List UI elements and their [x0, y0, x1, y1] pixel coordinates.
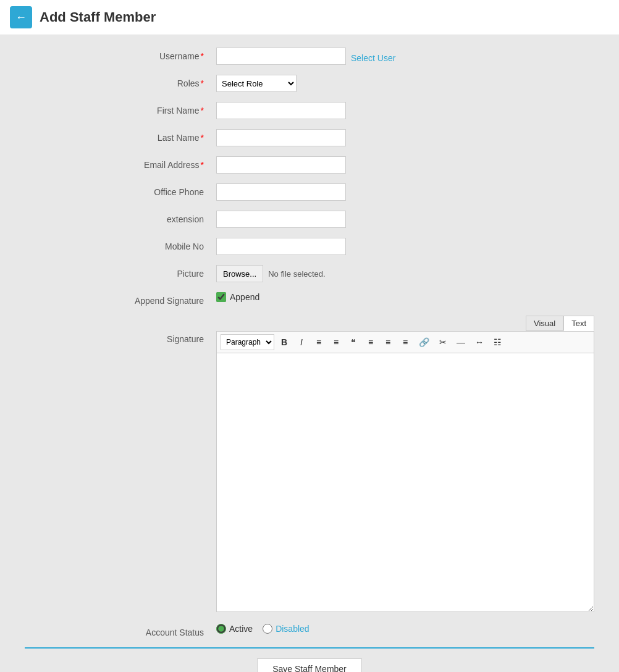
first-name-row: First Name*: [25, 102, 594, 119]
no-file-text: No file selected.: [268, 269, 326, 279]
last-name-row: Last Name*: [25, 129, 594, 146]
signature-editor: Visual Text Paragraph B I ≡ ≡ ❝ ≡ ≡ ≡ 🔗 …: [216, 316, 594, 614]
browse-button[interactable]: Browse...: [216, 265, 263, 282]
append-checkbox-label[interactable]: Append: [216, 292, 259, 302]
extension-label: extension: [25, 211, 216, 224]
required-star: *: [201, 51, 204, 61]
select-user-link[interactable]: Select User: [351, 49, 395, 63]
first-name-label: First Name*: [25, 102, 216, 116]
required-star: *: [201, 160, 204, 170]
back-button[interactable]: ←: [10, 6, 32, 28]
paragraph-select[interactable]: Paragraph: [221, 334, 274, 350]
account-status-row: Account Status Active Disabled: [25, 624, 594, 637]
extension-row: extension: [25, 211, 594, 228]
unlink-button[interactable]: ✂: [436, 335, 450, 350]
roles-label: Roles*: [25, 75, 216, 88]
last-name-input[interactable]: [216, 129, 346, 146]
roles-row: Roles* Select Role: [25, 75, 594, 92]
mobile-label: Mobile No: [25, 238, 216, 251]
tab-visual[interactable]: Visual: [526, 316, 563, 331]
disabled-label-text: Disabled: [276, 624, 309, 634]
add-staff-form: Username* Select User Roles* Select Role…: [0, 35, 619, 672]
active-label-text: Active: [229, 624, 253, 634]
office-phone-input[interactable]: [216, 183, 346, 201]
hr-button[interactable]: ―: [453, 335, 469, 350]
editor-toolbar: Paragraph B I ≡ ≡ ❝ ≡ ≡ ≡ 🔗 ✂ ― ↔ ☷: [216, 331, 594, 353]
roles-select[interactable]: Select Role: [216, 75, 297, 92]
extension-input[interactable]: [216, 211, 346, 228]
account-status-options: Active Disabled: [216, 624, 310, 634]
fullscreen-button[interactable]: ↔: [471, 335, 487, 350]
tab-text[interactable]: Text: [563, 316, 594, 331]
email-row: Email Address*: [25, 156, 594, 174]
last-name-label: Last Name*: [25, 129, 216, 143]
blockquote-button[interactable]: ❝: [346, 335, 361, 350]
username-label: Username*: [25, 48, 216, 61]
align-center-button[interactable]: ≡: [381, 335, 395, 350]
picture-label: Picture: [25, 265, 216, 279]
email-label: Email Address*: [25, 156, 216, 170]
signature-row: Signature Visual Text Paragraph B I ≡ ≡ …: [25, 316, 594, 614]
back-icon: ←: [15, 11, 27, 24]
align-left-button[interactable]: ≡: [363, 335, 378, 350]
bold-button[interactable]: B: [277, 335, 292, 350]
required-star: *: [201, 106, 204, 116]
active-radio-label[interactable]: Active: [216, 624, 253, 634]
mobile-input[interactable]: [216, 238, 346, 255]
link-button[interactable]: 🔗: [415, 335, 433, 350]
append-checkbox[interactable]: [216, 292, 226, 302]
table-button[interactable]: ☷: [490, 335, 505, 350]
append-text: Append: [230, 292, 259, 302]
append-signature-row: Append Signature Append: [25, 292, 594, 306]
required-star: *: [201, 133, 204, 143]
username-input[interactable]: [216, 48, 346, 65]
page-header: ← Add Staff Member: [0, 0, 619, 35]
signature-label: Signature: [25, 316, 216, 344]
align-right-button[interactable]: ≡: [398, 335, 413, 350]
email-input[interactable]: [216, 156, 346, 174]
disabled-radio-label[interactable]: Disabled: [263, 624, 309, 634]
picture-row: Picture Browse... No file selected.: [25, 265, 594, 282]
username-row: Username* Select User: [25, 48, 594, 65]
active-radio[interactable]: [216, 624, 226, 634]
save-staff-button[interactable]: Save Staff Member: [257, 658, 362, 672]
account-status-label: Account Status: [25, 624, 216, 637]
page-title: Add Staff Member: [40, 9, 156, 25]
editor-tabs: Visual Text: [216, 316, 594, 331]
ordered-list-button[interactable]: ≡: [329, 335, 343, 350]
office-phone-label: Office Phone: [25, 183, 216, 197]
required-star: *: [201, 78, 204, 88]
disabled-radio[interactable]: [263, 624, 272, 634]
mobile-row: Mobile No: [25, 238, 594, 255]
form-divider: [25, 647, 594, 649]
username-field-group: Select User: [216, 48, 395, 65]
office-phone-row: Office Phone: [25, 183, 594, 201]
signature-textarea[interactable]: [216, 353, 594, 612]
first-name-input[interactable]: [216, 102, 346, 119]
append-signature-label: Append Signature: [25, 292, 216, 306]
unordered-list-button[interactable]: ≡: [311, 335, 326, 350]
italic-button[interactable]: I: [294, 335, 309, 350]
picture-field-group: Browse... No file selected.: [216, 265, 326, 282]
